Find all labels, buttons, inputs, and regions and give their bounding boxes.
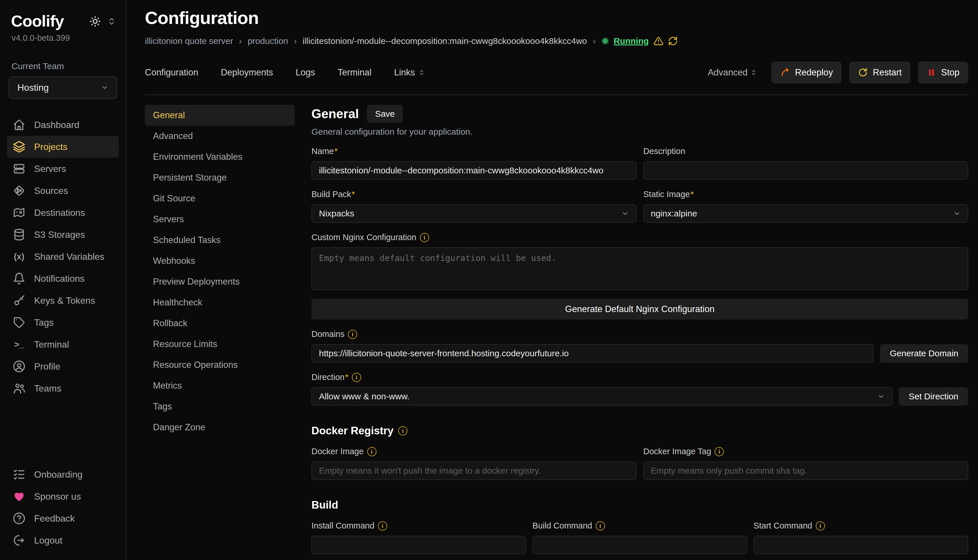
domains-input[interactable] — [311, 344, 874, 363]
subnav-item-rollback[interactable]: Rollback — [145, 313, 295, 334]
subnav-item-servers[interactable]: Servers — [145, 209, 295, 230]
info-icon[interactable] — [398, 426, 408, 435]
sidebar-item-tags[interactable]: Tags — [7, 312, 119, 333]
breadcrumb-environment[interactable]: production — [247, 36, 288, 46]
breadcrumb-separator: › — [239, 36, 242, 46]
sidebar-item-projects[interactable]: Projects — [7, 136, 119, 158]
general-form: General Save General configuration for y… — [311, 105, 968, 560]
description-input[interactable] — [644, 161, 968, 180]
subnav-item-persistent-storage[interactable]: Persistent Storage — [145, 167, 295, 188]
nginx-config-textarea[interactable] — [311, 247, 968, 290]
status-badge[interactable]: Running — [614, 36, 649, 46]
info-icon[interactable] — [367, 447, 376, 456]
info-icon[interactable] — [816, 521, 825, 530]
sidebar-item-label: Logout — [34, 535, 62, 546]
subnav-item-preview-deployments[interactable]: Preview Deployments — [145, 271, 295, 292]
tab-logs[interactable]: Logs — [296, 67, 315, 78]
sidebar-item-terminal[interactable]: >_ Terminal — [7, 333, 119, 355]
info-icon[interactable] — [715, 447, 724, 456]
sidebar-item-label: Onboarding — [34, 469, 82, 480]
build-pack-select[interactable]: Nixpacks — [311, 204, 637, 223]
info-icon[interactable] — [348, 330, 357, 339]
sidebar-item-label: Destinations — [34, 207, 85, 218]
redeploy-icon — [780, 67, 790, 78]
sidebar-item-shared-variables[interactable]: (x) Shared Variables — [7, 246, 119, 268]
subnav-item-git-source[interactable]: Git Source — [145, 188, 295, 209]
theme-sun-icon[interactable] — [89, 16, 101, 27]
chevrons-up-down-icon — [751, 69, 757, 76]
sidebar-item-destinations[interactable]: Destinations — [7, 202, 119, 223]
sidebar-item-feedback[interactable]: Feedback — [7, 507, 119, 529]
team-select[interactable]: Hosting — [9, 76, 117, 99]
subnav-item-scheduled-tasks[interactable]: Scheduled Tasks — [145, 230, 295, 250]
sidebar-item-keys-tokens[interactable]: Keys & Tokens — [7, 290, 119, 312]
direction-select[interactable]: Allow www & non-www. — [311, 387, 893, 406]
sidebar-item-servers[interactable]: Servers — [7, 158, 119, 180]
start-command-label: Start Command — [754, 521, 812, 530]
sidebar-item-notifications[interactable]: Notifications — [7, 268, 119, 290]
generate-nginx-button[interactable]: Generate Default Nginx Configuration — [311, 299, 968, 320]
settings-subnav: General Advanced Environment Variables P… — [145, 105, 295, 560]
breadcrumb-application[interactable]: illicitestonion/-module--decomposition:m… — [303, 36, 587, 46]
docker-image-input[interactable] — [311, 462, 637, 480]
redeploy-button[interactable]: Redeploy — [771, 62, 841, 83]
direction-label: Direction — [311, 372, 348, 382]
subnav-item-tags[interactable]: Tags — [145, 396, 295, 417]
static-image-select[interactable]: nginx:alpine — [644, 204, 968, 223]
tab-configuration[interactable]: Configuration — [145, 67, 198, 78]
breadcrumb-project[interactable]: illicitonion quote server — [145, 36, 233, 46]
sidebar-item-profile[interactable]: Profile — [7, 355, 119, 377]
sidebar-item-s3-storages[interactable]: S3 Storages — [7, 223, 119, 246]
sidebar-nav: Dashboard Projects Servers Sources Desti… — [7, 114, 119, 399]
stop-button[interactable]: Stop — [918, 62, 968, 83]
sidebar-item-dashboard[interactable]: Dashboard — [7, 114, 119, 136]
subnav-item-advanced[interactable]: Advanced — [145, 126, 295, 147]
main-area: Configuration illicitonion quote server … — [126, 0, 978, 560]
info-icon[interactable] — [378, 521, 387, 530]
app-logo: Coolify — [11, 12, 64, 30]
tab-terminal[interactable]: Terminal — [338, 67, 371, 78]
info-icon[interactable] — [420, 233, 429, 242]
redeploy-label: Redeploy — [795, 67, 833, 78]
build-pack-value: Nixpacks — [319, 208, 354, 218]
subnav-item-environment-variables[interactable]: Environment Variables — [145, 147, 295, 167]
build-command-input[interactable] — [532, 536, 747, 554]
docker-image-tag-input[interactable] — [644, 462, 968, 480]
sidebar-item-sponsor-us[interactable]: Sponsor us — [7, 485, 119, 507]
info-icon[interactable] — [352, 373, 361, 382]
name-input[interactable] — [311, 161, 637, 180]
tab-links[interactable]: Links — [394, 67, 425, 78]
subnav-item-metrics[interactable]: Metrics — [145, 375, 295, 396]
install-command-input[interactable] — [311, 536, 526, 554]
server-icon — [13, 162, 25, 175]
advanced-dropdown[interactable]: Advanced — [708, 67, 757, 78]
layers-icon — [13, 140, 25, 153]
restart-button[interactable]: Restart — [849, 62, 910, 83]
sidebar-item-logout[interactable]: Logout — [7, 529, 119, 551]
subnav-item-resource-operations[interactable]: Resource Operations — [145, 355, 295, 375]
theme-selector-chevrons-icon[interactable] — [107, 17, 116, 26]
subnav-item-resource-limits[interactable]: Resource Limits — [145, 334, 295, 355]
subnav-item-webhooks[interactable]: Webhooks — [145, 250, 295, 271]
generate-domain-button[interactable]: Generate Domain — [880, 344, 968, 363]
save-button[interactable]: Save — [367, 105, 403, 123]
chevron-down-icon — [101, 84, 109, 91]
heart-icon — [13, 490, 25, 503]
tab-deployments[interactable]: Deployments — [221, 67, 273, 78]
subnav-item-danger-zone[interactable]: Danger Zone — [145, 417, 295, 438]
sidebar-item-sources[interactable]: Sources — [7, 180, 119, 202]
static-image-label: Static Image — [644, 190, 694, 199]
map-icon — [13, 206, 25, 219]
sidebar-item-teams[interactable]: Teams — [7, 377, 119, 399]
info-icon[interactable] — [596, 521, 605, 530]
chevron-down-icon — [878, 393, 885, 400]
stop-label: Stop — [941, 67, 960, 78]
start-command-input[interactable] — [754, 536, 968, 554]
warning-triangle-icon[interactable] — [654, 36, 664, 46]
refresh-icon[interactable] — [668, 36, 678, 46]
set-direction-button[interactable]: Set Direction — [899, 387, 968, 406]
subnav-item-general[interactable]: General — [145, 105, 295, 126]
key-icon — [13, 294, 25, 307]
subnav-item-healthcheck[interactable]: Healthcheck — [145, 292, 295, 313]
sidebar-item-onboarding[interactable]: Onboarding — [7, 463, 119, 485]
